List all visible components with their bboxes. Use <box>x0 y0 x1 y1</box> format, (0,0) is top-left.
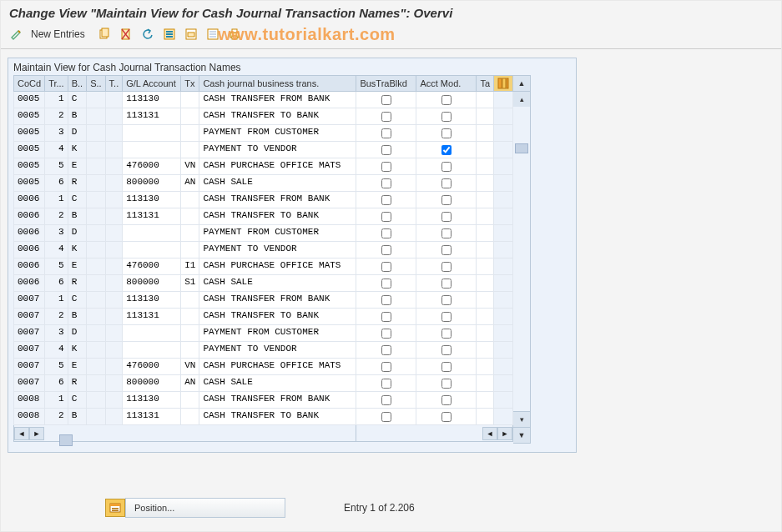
cell-bt[interactable]: CASH TRANSFER FROM BANK <box>199 292 356 308</box>
cell-ta[interactable] <box>477 359 493 374</box>
hscroll-left-thumb[interactable] <box>59 434 73 446</box>
cell-ta[interactable] <box>477 208 493 224</box>
hscroll-right-prev-icon[interactable]: ◄ <box>482 427 497 440</box>
table-row[interactable]: 00051C113130CASH TRANSFER FROM BANK <box>14 92 513 108</box>
cell-gl[interactable]: 113131 <box>123 409 180 424</box>
deselect-all-icon[interactable] <box>204 25 222 43</box>
checkbox-blkd[interactable] <box>381 145 391 155</box>
cell-tx[interactable] <box>181 342 199 358</box>
cell-gl[interactable]: 476000 <box>123 158 180 174</box>
checkbox-acct[interactable] <box>441 395 452 405</box>
cell-gl[interactable]: 113130 <box>123 292 180 308</box>
scroll-down2-icon[interactable]: ▾ <box>513 411 530 427</box>
cell-gl[interactable] <box>123 242 180 258</box>
cell-tx[interactable] <box>181 108 199 124</box>
cell-bt[interactable]: PAYMENT FROM CUSTOMER <box>199 325 356 341</box>
checkbox-acct[interactable] <box>441 279 452 289</box>
checkbox-acct[interactable] <box>441 412 452 422</box>
checkbox-acct[interactable] <box>441 195 452 205</box>
checkbox-blkd[interactable] <box>381 362 391 372</box>
cell-tx[interactable] <box>181 125 199 141</box>
cell-ta[interactable] <box>477 292 493 308</box>
checkbox-acct[interactable] <box>441 128 452 138</box>
cell-bt[interactable]: CASH TRANSFER FROM BANK <box>199 392 356 408</box>
checkbox-blkd[interactable] <box>381 329 391 339</box>
cell-tx[interactable]: AN <box>181 375 199 391</box>
cell-gl[interactable]: 800000 <box>123 275 180 291</box>
checkbox-acct[interactable] <box>441 212 452 222</box>
checkbox-blkd[interactable] <box>381 412 391 422</box>
cell-gl[interactable] <box>123 325 180 341</box>
position-button[interactable]: Position... <box>125 498 285 518</box>
hscroll-right[interactable]: ◄ ► <box>356 427 512 440</box>
table-row[interactable]: 00055E476000VNCASH PURCHASE OFFICE MATS <box>14 158 513 175</box>
checkbox-acct[interactable] <box>441 178 452 188</box>
hscroll-left-prev-icon[interactable]: ◄ <box>14 427 29 440</box>
checkbox-acct[interactable] <box>441 162 452 172</box>
checkbox-acct[interactable] <box>441 312 452 322</box>
table-row[interactable]: 00072B113131CASH TRANSFER TO BANK <box>14 309 513 325</box>
cell-tx[interactable] <box>181 208 199 224</box>
table-row[interactable]: 00082B113131CASH TRANSFER TO BANK <box>14 409 513 425</box>
col-b[interactable]: B.. <box>68 76 86 92</box>
cell-bt[interactable]: CASH PURCHASE OFFICE MATS <box>199 359 356 374</box>
checkbox-blkd[interactable] <box>381 312 391 322</box>
checkbox-acct[interactable] <box>441 379 452 389</box>
col-tr[interactable]: Tr... <box>45 76 68 92</box>
cell-ta[interactable] <box>477 92 493 108</box>
checkbox-acct[interactable] <box>441 112 452 122</box>
print-icon[interactable] <box>225 25 244 43</box>
checkbox-blkd[interactable] <box>381 228 391 238</box>
checkbox-blkd[interactable] <box>381 245 391 255</box>
checkbox-blkd[interactable] <box>381 178 391 188</box>
col-cocd[interactable]: CoCd <box>14 76 45 92</box>
table-row[interactable]: 00063DPAYMENT FROM CUSTOMER <box>14 225 513 242</box>
checkbox-blkd[interactable] <box>381 379 391 389</box>
scroll-down-icon[interactable]: ▼ <box>513 427 530 443</box>
cell-gl[interactable] <box>123 142 180 158</box>
delete-icon[interactable] <box>117 25 135 43</box>
table-row[interactable]: 00075E476000VNCASH PURCHASE OFFICE MATS <box>14 359 513 375</box>
cell-gl[interactable]: 113130 <box>123 92 180 108</box>
cell-ta[interactable] <box>477 375 493 391</box>
copy-as-icon[interactable] <box>95 25 114 43</box>
cell-gl[interactable]: 800000 <box>123 175 180 191</box>
hscroll-left-next-icon[interactable]: ► <box>29 427 44 440</box>
cell-bt[interactable]: CASH PURCHASE OFFICE MATS <box>199 158 356 174</box>
checkbox-blkd[interactable] <box>381 345 391 355</box>
col-s[interactable]: S.. <box>87 76 105 92</box>
hscroll-left[interactable]: ◄ ► <box>14 427 356 440</box>
scroll-thumb[interactable] <box>515 143 528 153</box>
cell-bt[interactable]: CASH SALE <box>199 375 356 391</box>
col-t[interactable]: T.. <box>105 76 123 92</box>
checkbox-acct[interactable] <box>441 295 452 305</box>
checkbox-blkd[interactable] <box>381 395 391 405</box>
scroll-up2-icon[interactable]: ▴ <box>513 92 530 107</box>
cell-ta[interactable] <box>477 409 493 424</box>
new-entries-button[interactable]: New Entries <box>29 28 92 40</box>
cell-tx[interactable] <box>181 92 199 108</box>
cell-tx[interactable] <box>181 225 199 241</box>
cell-gl[interactable]: 800000 <box>123 375 180 391</box>
checkbox-blkd[interactable] <box>381 112 391 122</box>
cell-gl[interactable] <box>123 225 180 241</box>
cell-ta[interactable] <box>477 192 493 208</box>
table-row[interactable]: 00066R800000S1CASH SALE <box>14 275 513 292</box>
checkbox-acct[interactable] <box>441 329 452 339</box>
cell-tx[interactable] <box>181 392 199 408</box>
checkbox-acct[interactable] <box>441 362 452 372</box>
cell-ta[interactable] <box>477 242 493 258</box>
cell-tx[interactable] <box>181 242 199 258</box>
cell-ta[interactable] <box>477 275 493 291</box>
table-row[interactable]: 00074KPAYMENT TO VENDOR <box>14 342 513 359</box>
checkbox-acct[interactable] <box>441 145 452 155</box>
cell-gl[interactable] <box>123 125 180 141</box>
cell-ta[interactable] <box>477 325 493 341</box>
checkbox-blkd[interactable] <box>381 212 391 222</box>
cell-tx[interactable]: AN <box>181 175 199 191</box>
table-row[interactable]: 00056R800000ANCASH SALE <box>14 175 513 192</box>
cell-bt[interactable]: CASH TRANSFER TO BANK <box>199 108 356 124</box>
cell-bt[interactable]: PAYMENT FROM CUSTOMER <box>199 225 356 241</box>
configure-columns-icon[interactable] <box>494 76 513 92</box>
col-blkd[interactable]: BusTraBlkd <box>356 76 416 92</box>
